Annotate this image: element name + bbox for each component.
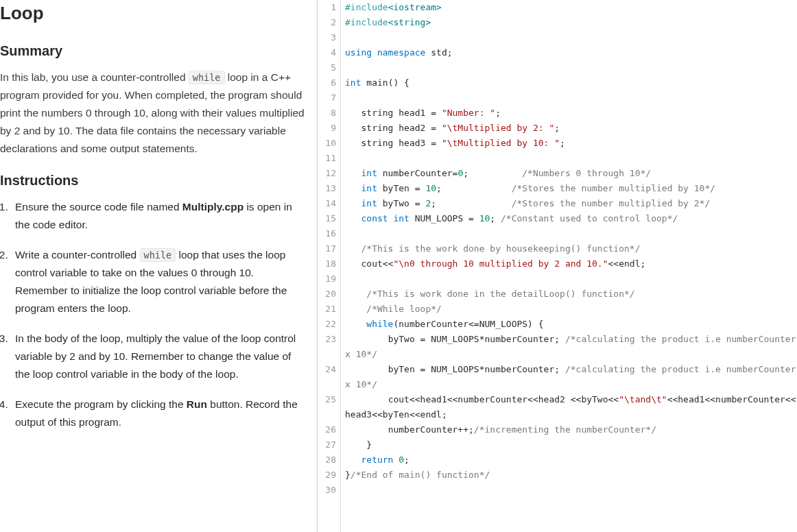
line-number: 7 <box>318 90 336 106</box>
page-title: Loop <box>0 3 307 24</box>
code-line[interactable] <box>345 483 797 498</box>
code-line[interactable]: cout<<head1<<numberCounter<<head2 <<byTw… <box>345 392 797 422</box>
line-number: 21 <box>318 302 336 317</box>
line-number: 8 <box>318 106 336 121</box>
code-line[interactable]: }/*End of main() function*/ <box>345 468 797 483</box>
code-line[interactable]: string head2 = "\tMultiplied by 2: "; <box>345 121 797 136</box>
instruction-item: Write a counter-controlled while loop th… <box>11 246 307 317</box>
code-line[interactable] <box>345 151 797 166</box>
code-line[interactable]: return 0; <box>345 452 797 468</box>
code-line[interactable]: int numberCounter=0; /*Numbers 0 through… <box>345 166 797 181</box>
line-number: 13 <box>318 181 336 196</box>
li4-pre: Execute the program by clicking the <box>15 398 187 410</box>
summary-code: while <box>189 71 225 84</box>
line-number: 9 <box>318 121 336 136</box>
summary-post: loop in a C++ program provided for you. … <box>0 71 305 154</box>
code-line[interactable]: byTen = NUM_LOOPS*numberCounter; /*calcu… <box>345 362 797 392</box>
line-number: 16 <box>318 226 336 241</box>
instruction-item: In the body of the loop, multiply the va… <box>11 330 307 383</box>
code-line[interactable]: using namespace std; <box>345 45 797 60</box>
code-line[interactable]: int main() { <box>345 75 797 90</box>
li2-code: while <box>140 248 176 262</box>
li2-pre: Write a counter-controlled <box>15 249 140 261</box>
instruction-item: Execute the program by clicking the Run … <box>11 396 307 431</box>
instructions-heading: Instructions <box>0 173 307 189</box>
line-number: 5 <box>318 60 336 75</box>
code-line[interactable]: string head3 = "\tMultiplied by 10: "; <box>345 136 797 151</box>
line-number: 26 <box>318 422 336 437</box>
line-number: 15 <box>318 211 336 226</box>
line-number: 24 <box>318 362 336 392</box>
code-line[interactable]: cout<<"\n0 through 10 multiplied by 2 an… <box>345 256 797 271</box>
code-line[interactable]: int byTwo = 2; /*Stores the number multi… <box>345 196 797 211</box>
code-line[interactable]: const int NUM_LOOPS = 10; /*Constant use… <box>345 211 797 226</box>
code-line[interactable] <box>345 90 797 106</box>
line-number: 2 <box>318 15 336 30</box>
li1-pre: Ensure the source code file named <box>15 201 182 213</box>
code-line[interactable]: #include<iostream> <box>345 0 797 15</box>
code-line[interactable]: string head1 = "Number: "; <box>345 106 797 121</box>
code-line[interactable]: #include<string> <box>345 15 797 30</box>
code-line[interactable] <box>345 226 797 241</box>
line-number: 20 <box>318 287 336 302</box>
code-line[interactable]: while(numberCounter<=NUM_LOOPS) { <box>345 317 797 332</box>
line-number-gutter: 1234567891011121314151617181920212223242… <box>318 0 341 532</box>
line-number: 18 <box>318 256 336 271</box>
line-number: 23 <box>318 332 336 362</box>
line-number: 11 <box>318 151 336 166</box>
line-number: 12 <box>318 166 336 181</box>
line-number: 17 <box>318 241 336 256</box>
line-number: 3 <box>318 30 336 45</box>
line-number: 10 <box>318 136 336 151</box>
instructions-list: Ensure the source code file named Multip… <box>0 198 307 431</box>
code-line[interactable]: int byTen = 10; /*Stores the number mult… <box>345 181 797 196</box>
line-number: 6 <box>318 75 336 90</box>
code-line[interactable]: /*While loop*/ <box>345 302 797 317</box>
line-number: 27 <box>318 437 336 452</box>
line-number: 29 <box>318 468 336 483</box>
code-line[interactable]: /*This is the work done by housekeeping(… <box>345 241 797 256</box>
line-number: 4 <box>318 45 336 60</box>
summary-heading: Summary <box>0 43 307 59</box>
code-editor[interactable]: 1234567891011121314151617181920212223242… <box>317 0 797 532</box>
line-number: 28 <box>318 452 336 468</box>
li4-run: Run <box>187 398 207 410</box>
line-number: 19 <box>318 271 336 287</box>
code-area[interactable]: #include<iostream>#include<string>using … <box>341 0 797 532</box>
line-number: 14 <box>318 196 336 211</box>
line-number: 22 <box>318 317 336 332</box>
line-number: 1 <box>318 0 336 15</box>
instructions-panel: Loop Summary In this lab, you use a coun… <box>0 0 317 532</box>
li1-filename: Multiply.cpp <box>182 201 243 213</box>
code-line[interactable]: byTwo = NUM_LOOPS*numberCounter; /*calcu… <box>345 332 797 362</box>
summary-pre: In this lab, you use a counter-controlle… <box>0 71 189 83</box>
code-line[interactable] <box>345 30 797 45</box>
code-line[interactable]: /*This is work done in the detailLoop() … <box>345 287 797 302</box>
code-line[interactable] <box>345 60 797 75</box>
line-number: 30 <box>318 483 336 498</box>
code-line[interactable]: } <box>345 437 797 452</box>
summary-text: In this lab, you use a counter-controlle… <box>0 69 307 158</box>
code-line[interactable]: numberCounter++;/*incrementing the numbe… <box>345 422 797 437</box>
code-line[interactable] <box>345 271 797 287</box>
line-number: 25 <box>318 392 336 422</box>
instruction-item: Ensure the source code file named Multip… <box>11 198 307 234</box>
